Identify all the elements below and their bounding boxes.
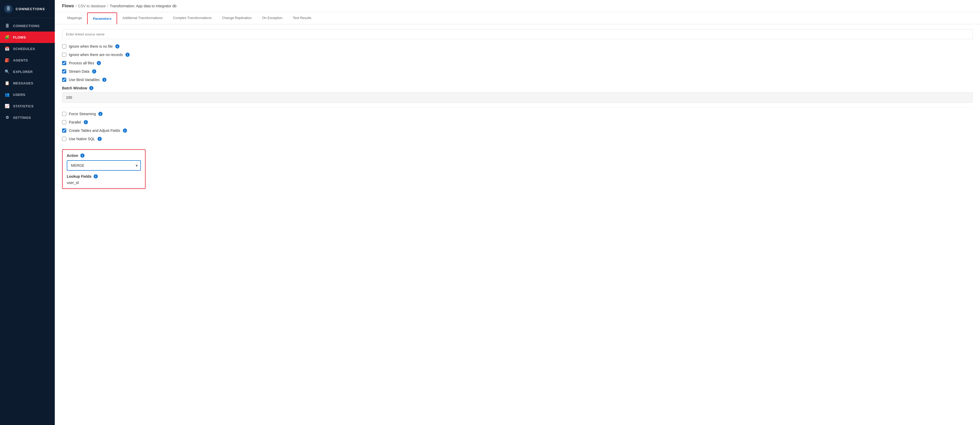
connections-icon: 🗄 xyxy=(5,23,10,29)
force-streaming-checkbox[interactable] xyxy=(62,112,66,116)
use-native-sql-checkbox[interactable] xyxy=(62,137,66,141)
create-tables-checkbox[interactable] xyxy=(62,128,66,133)
ignore-no-file-info-icon[interactable]: i xyxy=(115,44,119,48)
sidebar-item-label: FLOWS xyxy=(13,35,26,40)
batch-window-label: Batch Window xyxy=(62,86,87,90)
lookup-fields-label-row: Lookup Fields i xyxy=(67,174,141,179)
ignore-no-file-label: Ignore when there is no file xyxy=(69,44,113,48)
ignore-no-file-checkbox[interactable] xyxy=(62,44,66,48)
connections-label: CONNECTIONS xyxy=(16,7,45,11)
checkbox-row-stream-data: Stream Data i xyxy=(62,69,973,73)
use-native-sql-info-icon[interactable]: i xyxy=(97,137,102,141)
tab-on-exception[interactable]: On Exception xyxy=(257,12,288,24)
sidebar-item-schedules[interactable]: 📅 SCHEDULES xyxy=(0,43,55,54)
process-all-files-info-icon[interactable]: i xyxy=(97,61,101,65)
action-select-wrapper: MERGE INSERT UPDATE DELETE UPSERT ▾ xyxy=(67,160,141,171)
action-select[interactable]: MERGE INSERT UPDATE DELETE UPSERT xyxy=(67,160,141,171)
main-content: Flows / CSV to database / Transformation… xyxy=(55,0,980,425)
process-all-files-checkbox[interactable] xyxy=(62,61,66,65)
batch-window-info-icon[interactable]: i xyxy=(89,86,93,90)
stream-data-label: Stream Data xyxy=(69,69,89,73)
lookup-fields-value: user_id xyxy=(67,181,141,185)
messages-icon: 📋 xyxy=(5,81,10,86)
flows-icon: 🧩 xyxy=(5,35,10,40)
checkbox-row-create-tables: Create Tables and Adjust Fields i xyxy=(62,128,973,133)
sidebar-item-label: EXPLORER xyxy=(13,70,33,74)
sidebar: 🗄 CONNECTIONS 🗄 CONNECTIONS 🧩 FLOWS 📅 SC… xyxy=(0,0,55,425)
tab-additional-transformations[interactable]: Additional Transformations xyxy=(117,12,168,24)
action-field-label: Action i xyxy=(67,154,141,158)
sidebar-item-label: AGENTS xyxy=(13,59,28,62)
breadcrumb-flows[interactable]: Flows xyxy=(62,4,74,8)
page-header: Flows / CSV to database / Transformation… xyxy=(55,0,980,12)
use-bind-variables-info-icon[interactable]: i xyxy=(102,78,107,82)
ignore-no-records-info-icon[interactable]: i xyxy=(126,52,130,57)
sidebar-item-label: MESSAGES xyxy=(13,81,33,85)
sidebar-item-flows[interactable]: 🧩 FLOWS xyxy=(0,32,55,43)
breadcrumb-current: Transformation: App data to Integrator d… xyxy=(110,4,177,8)
stream-data-checkbox[interactable] xyxy=(62,69,66,73)
force-streaming-info-icon[interactable]: i xyxy=(98,112,102,116)
create-tables-label: Create Tables and Adjust Fields xyxy=(69,128,120,133)
batch-window-value: 100 xyxy=(66,95,72,100)
linked-source-input[interactable] xyxy=(62,29,973,39)
sidebar-item-label: USERS xyxy=(13,93,25,97)
separator xyxy=(62,107,973,108)
use-bind-variables-label: Use Bind Variables xyxy=(69,78,100,82)
batch-window-value-wrapper: 100 xyxy=(62,92,973,103)
parallel-info-icon[interactable]: i xyxy=(84,120,88,124)
sidebar-nav: 🗄 CONNECTIONS 🧩 FLOWS 📅 SCHEDULES 🎒 AGEN… xyxy=(0,18,55,425)
lookup-fields-label-text: Lookup Fields xyxy=(67,174,92,179)
statistics-icon: 📈 xyxy=(5,103,10,109)
batch-window-field-label: Batch Window i xyxy=(62,86,973,90)
ignore-no-records-label: Ignore when there are no records xyxy=(69,52,123,57)
create-tables-info-icon[interactable]: i xyxy=(123,128,127,133)
sidebar-item-label: SETTINGS xyxy=(13,116,31,120)
action-label-text: Action xyxy=(67,154,78,158)
use-native-sql-label: Use Native SQL xyxy=(69,137,95,141)
sidebar-item-explorer[interactable]: 🔍 EXPLORER xyxy=(0,66,55,78)
explorer-icon: 🔍 xyxy=(5,69,10,74)
sidebar-item-connections[interactable]: 🗄 CONNECTIONS xyxy=(0,20,55,32)
tab-parameters[interactable]: Parameters xyxy=(87,13,117,24)
sidebar-item-agents[interactable]: 🎒 AGENTS xyxy=(0,54,55,66)
sidebar-item-settings[interactable]: ⚙ SETTINGS xyxy=(0,112,55,123)
action-info-icon[interactable]: i xyxy=(80,154,84,158)
tabs-bar: Mappings Parameters Additional Transform… xyxy=(55,12,980,24)
sidebar-item-users[interactable]: 👥 USERS xyxy=(0,89,55,100)
lookup-fields-info-icon[interactable]: i xyxy=(94,174,98,179)
checkbox-row-force-streaming: Force Streaming i xyxy=(62,112,973,116)
sidebar-item-messages[interactable]: 📋 MESSAGES xyxy=(0,78,55,89)
agents-icon: 🎒 xyxy=(5,57,10,63)
force-streaming-label: Force Streaming xyxy=(69,112,96,116)
tab-complex-transformations[interactable]: Complex Transformations xyxy=(168,12,217,24)
checkbox-row-process-all-files: Process all files i xyxy=(62,61,973,65)
checkbox-row-ignore-no-records: Ignore when there are no records i xyxy=(62,52,973,57)
breadcrumb-sep1: / xyxy=(75,4,76,8)
process-all-files-label: Process all files xyxy=(69,61,94,65)
checkbox-row-parallel: Parallel i xyxy=(62,120,973,124)
use-bind-variables-checkbox[interactable] xyxy=(62,78,66,82)
tab-mappings[interactable]: Mappings xyxy=(62,12,87,24)
ignore-no-records-checkbox[interactable] xyxy=(62,52,66,57)
sidebar-item-label: STATISTICS xyxy=(13,104,33,108)
settings-icon: ⚙ xyxy=(5,115,10,120)
breadcrumb-sep2: / xyxy=(107,4,108,8)
users-icon: 👥 xyxy=(5,92,10,97)
logo-icon: 🗄 xyxy=(4,5,13,13)
sidebar-item-statistics[interactable]: 📈 STATISTICS xyxy=(0,100,55,112)
checkbox-row-use-native-sql: Use Native SQL i xyxy=(62,137,973,141)
parallel-label: Parallel xyxy=(69,120,81,124)
schedules-icon: 📅 xyxy=(5,46,10,51)
checkbox-row-ignore-no-file: Ignore when there is no file i xyxy=(62,44,973,48)
breadcrumb-csv[interactable]: CSV to database xyxy=(78,4,106,8)
sidebar-item-label: SCHEDULES xyxy=(13,47,35,51)
content-area: Ignore when there is no file i Ignore wh… xyxy=(55,24,980,425)
tab-change-replication[interactable]: Change Replication xyxy=(217,12,257,24)
sidebar-logo: 🗄 CONNECTIONS xyxy=(0,0,55,18)
parallel-checkbox[interactable] xyxy=(62,120,66,124)
tab-test-results[interactable]: Test Results xyxy=(288,12,317,24)
action-section: Action i MERGE INSERT UPDATE DELETE UPSE… xyxy=(62,149,146,189)
sidebar-item-label: CONNECTIONS xyxy=(13,24,40,28)
stream-data-info-icon[interactable]: i xyxy=(92,69,96,73)
